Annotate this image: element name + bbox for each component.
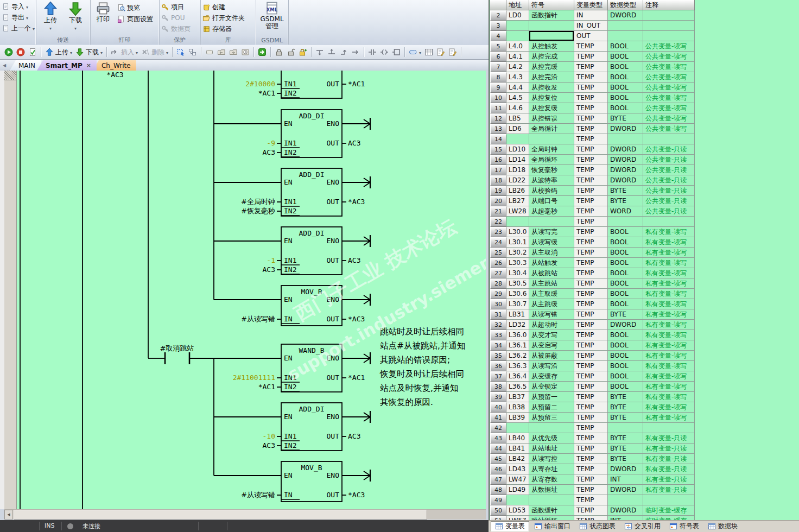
- row-number-button[interactable]: 34: [490, 340, 506, 351]
- symbol-cell[interactable]: 从超动时: [529, 320, 574, 330]
- address-cell[interactable]: L4.0: [506, 41, 529, 52]
- tab-scroll-left-button[interactable]: [0, 60, 9, 71]
- data-type-cell[interactable]: DWORD: [608, 124, 643, 134]
- address-cell[interactable]: LB40: [506, 433, 529, 444]
- address-cell[interactable]: L4.4: [506, 83, 529, 93]
- var-type-cell[interactable]: IN_OUT: [574, 21, 608, 31]
- prev-folder-button[interactable]: [215, 46, 227, 58]
- protect-data-page-button[interactable]: 数据页: [160, 24, 192, 34]
- page-setup-button[interactable]: 页面设置: [116, 14, 154, 24]
- var-type-cell[interactable]: TEMP: [574, 444, 608, 454]
- edit-sheet-button[interactable]: [435, 46, 447, 58]
- comment-cell[interactable]: 公共变量-读写: [643, 62, 695, 72]
- compile-button[interactable]: [27, 46, 39, 58]
- symbol-cell[interactable]: 从主取消: [529, 248, 574, 258]
- symbol-cell[interactable]: 从数据址: [529, 485, 574, 495]
- address-cell[interactable]: LW28: [506, 206, 529, 217]
- comment-cell[interactable]: 私有变量-读写: [643, 340, 695, 351]
- data-type-cell[interactable]: BOOL: [608, 278, 643, 289]
- row-number-button[interactable]: 17: [490, 165, 506, 175]
- symbol-cell[interactable]: 从变才写: [529, 330, 574, 340]
- upload-button[interactable]: 上传: [43, 46, 74, 58]
- address-cell[interactable]: LB42: [506, 454, 529, 464]
- comment-cell[interactable]: 私有变量-读写: [643, 320, 695, 330]
- var-type-cell[interactable]: TEMP: [574, 474, 608, 485]
- address-cell[interactable]: [506, 31, 529, 41]
- comment-cell[interactable]: 私有变量-读写: [643, 289, 695, 299]
- ladder-editor[interactable]: #取消跳站*AC3ENENOIN12#10000IN2*AC1OUT*AC1AD…: [0, 71, 486, 509]
- data-type-cell[interactable]: BOOL: [608, 248, 643, 258]
- var-type-cell[interactable]: TEMP: [574, 41, 608, 52]
- row-number-button[interactable]: 39: [490, 392, 506, 402]
- go-to-button[interactable]: [256, 46, 268, 58]
- comment-cell[interactable]: 私有变量-读写: [643, 361, 695, 371]
- view-tab-状态图表[interactable]: 状态图表: [575, 521, 619, 531]
- comment-cell[interactable]: 公共变量-读写: [643, 83, 695, 93]
- comment-cell[interactable]: 私有变量-读写: [643, 299, 695, 309]
- symbol-cell[interactable]: 从读写沿: [529, 361, 574, 371]
- symbol-cell[interactable]: 从预留三: [529, 413, 574, 423]
- symbol-cell[interactable]: 函数指针: [529, 10, 574, 21]
- address-cell[interactable]: LD6: [506, 124, 529, 134]
- ladder-contact-cancel-skip[interactable]: #取消跳站: [160, 344, 194, 364]
- data-type-cell[interactable]: BOOL: [608, 340, 643, 351]
- symbol-cell[interactable]: 全局循环: [529, 155, 574, 165]
- box-button[interactable]: [390, 46, 402, 58]
- data-type-cell[interactable]: BYTE: [608, 444, 643, 454]
- symbol-cell[interactable]: [529, 31, 574, 41]
- symbol-cell[interactable]: 全局时钟: [529, 144, 574, 155]
- comment-cell[interactable]: 公共变量-只读: [643, 165, 695, 175]
- symbol-cell[interactable]: 从读写完: [529, 227, 574, 237]
- comment-cell[interactable]: 公共变量-读写: [643, 113, 695, 124]
- row-number-button[interactable]: 45: [490, 454, 506, 464]
- data-type-cell[interactable]: BOOL: [608, 237, 643, 248]
- protect-project-button[interactable]: 项目: [160, 2, 185, 12]
- data-type-cell[interactable]: BOOL: [608, 289, 643, 299]
- tab-main[interactable]: MAIN: [10, 60, 41, 71]
- comment-cell[interactable]: 公共变量-只读: [643, 206, 695, 217]
- shape-button[interactable]: [204, 46, 215, 58]
- address-cell[interactable]: LW47: [506, 474, 529, 485]
- scroll-left-button[interactable]: [4, 510, 13, 520]
- var-type-cell[interactable]: TEMP: [574, 299, 608, 309]
- symbol-cell[interactable]: 从预留二: [529, 402, 574, 413]
- view-tab-交叉引用[interactable]: 交叉引用: [620, 521, 664, 531]
- row-number-button[interactable]: 6: [490, 52, 506, 62]
- row-number-button[interactable]: 33: [490, 330, 506, 340]
- row-number-button[interactable]: 2: [490, 10, 506, 21]
- symbol-cell[interactable]: 从控复缓: [529, 103, 574, 113]
- data-type-cell[interactable]: BOOL: [608, 52, 643, 62]
- protect-pou-button[interactable]: POU: [160, 13, 186, 23]
- var-type-cell[interactable]: TEMP: [574, 278, 608, 289]
- horizontal-scrollbar[interactable]: [4, 509, 486, 520]
- add-lock-button[interactable]: [297, 46, 309, 58]
- comment-cell[interactable]: 私有变量-只读: [643, 454, 695, 464]
- var-type-cell[interactable]: TEMP: [574, 103, 608, 113]
- symbol-cell[interactable]: 从读写缓: [529, 237, 574, 248]
- address-cell[interactable]: [506, 217, 529, 227]
- row-number-button[interactable]: 22: [490, 217, 506, 227]
- network-select-button[interactable]: [175, 46, 187, 58]
- row-number-button[interactable]: 35: [490, 351, 506, 361]
- data-type-cell[interactable]: DWORD: [608, 175, 643, 186]
- row-number-button[interactable]: 50: [490, 505, 506, 516]
- symbol-cell[interactable]: 从控触发: [529, 41, 574, 52]
- view-tab-数据块[interactable]: 数据块: [704, 521, 741, 531]
- var-type-cell[interactable]: TEMP: [574, 227, 608, 237]
- comment-cell[interactable]: 公共变量-读写: [643, 93, 695, 103]
- address-cell[interactable]: LB41: [506, 444, 529, 454]
- print-button[interactable]: 打印: [92, 1, 114, 35]
- symbol-cell[interactable]: 从控完沿: [529, 72, 574, 83]
- data-type-cell[interactable]: [608, 423, 643, 433]
- row-number-button[interactable]: 29: [490, 289, 506, 299]
- symbol-cell[interactable]: [529, 495, 574, 505]
- comment-cell[interactable]: 私有变量-读写: [643, 382, 695, 392]
- row-number-button[interactable]: 31: [490, 309, 506, 320]
- symbol-cell[interactable]: 从控完成: [529, 52, 574, 62]
- address-cell[interactable]: L30.7: [506, 299, 529, 309]
- var-type-cell[interactable]: TEMP: [574, 206, 608, 217]
- symbol-cell[interactable]: 从优先级: [529, 433, 574, 444]
- row-number-button[interactable]: 15: [490, 144, 506, 155]
- timer-button[interactable]: [239, 46, 251, 58]
- symbol-cell[interactable]: [529, 423, 574, 433]
